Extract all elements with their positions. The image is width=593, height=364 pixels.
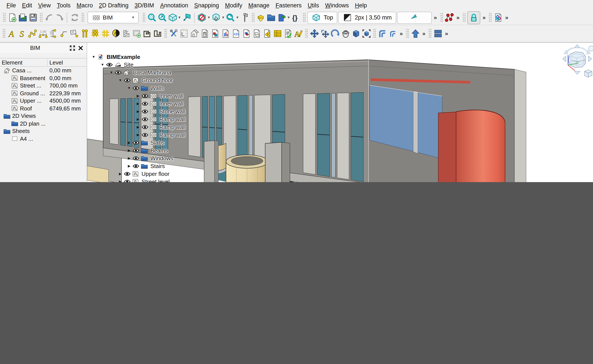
panel-row-street[interactable]: Street ...700,00 mm <box>0 82 87 89</box>
close-panel-icon[interactable] <box>77 45 84 51</box>
refresh-icon[interactable] <box>70 13 79 22</box>
chevron-down-icon[interactable]: ▼ <box>221 16 225 20</box>
menu-edit[interactable]: Edit <box>19 1 35 9</box>
export-icon[interactable] <box>277 13 286 22</box>
offset-3d-icon[interactable] <box>388 29 398 38</box>
axis-icon[interactable] <box>80 29 89 38</box>
panel-row-sheets[interactable]: Sheets <box>0 127 87 135</box>
panel-row-basement[interactable]: Basement0,00 mm <box>0 74 87 82</box>
panel-row-roof[interactable]: Roof6749,65 mm <box>0 104 87 112</box>
navigation-cube[interactable]: VORNE RECHTS <box>563 45 593 77</box>
corner-column[interactable] <box>514 69 526 182</box>
toolbar-grip[interactable] <box>164 29 167 38</box>
leader-icon[interactable] <box>59 29 68 38</box>
lock-button[interactable] <box>467 11 480 24</box>
shapestring-icon[interactable]: S <box>17 29 27 38</box>
toolbar-grip[interactable] <box>489 13 492 22</box>
axes-system-icon[interactable] <box>90 29 100 38</box>
expander-closed-icon[interactable]: ▶ <box>117 172 124 176</box>
toolbar-grip[interactable] <box>81 13 84 22</box>
toolbar-overflow-button[interactable]: » <box>504 14 510 21</box>
red-feature-wall-curved[interactable] <box>456 110 505 182</box>
visibility-eye-icon[interactable] <box>124 171 132 176</box>
menu-manage[interactable]: Manage <box>245 1 273 9</box>
toolbar-grip[interactable] <box>3 13 6 22</box>
array-icon[interactable] <box>433 29 443 38</box>
redo-icon[interactable] <box>55 13 64 22</box>
tree-item-walls[interactable]: ▼Walls <box>89 84 186 92</box>
expander-closed-icon[interactable]: ▶ <box>135 102 141 105</box>
panel-row-upper[interactable]: Upper ...4500,00 mm <box>0 97 87 104</box>
tree-item-bimexample[interactable]: ▼BIMExample <box>89 53 186 61</box>
zoom-selection-icon[interactable] <box>157 13 167 22</box>
toolbar-grip[interactable] <box>463 13 466 22</box>
visibility-eye-icon[interactable] <box>133 85 141 90</box>
ifc-layers-icon[interactable] <box>241 29 251 38</box>
panel-row-ground[interactable]: Ground ...2229,39 mm <box>0 89 87 97</box>
tree-item-stone-wall[interactable]: ▶Stone wall <box>89 107 186 115</box>
ifc-materials-icon[interactable] <box>252 29 261 38</box>
toolbar-grip[interactable] <box>142 13 145 22</box>
ifc-code-icon[interactable]: </> <box>231 29 240 38</box>
tree-item-windows[interactable]: ▶Windows <box>89 154 186 162</box>
toolbar-grip[interactable] <box>40 13 42 22</box>
visibility-eye-icon[interactable] <box>115 70 123 75</box>
chevron-down-icon[interactable]: ▼ <box>207 16 211 20</box>
expander-closed-icon[interactable]: ▶ <box>126 164 133 168</box>
visibility-eye-icon[interactable] <box>124 179 132 182</box>
offset-2d-icon[interactable] <box>378 29 387 38</box>
horizontal-dimension-icon[interactable]: 1.00 <box>38 29 48 38</box>
visibility-eye-icon[interactable] <box>141 109 150 114</box>
toolbar-grip[interactable] <box>305 29 308 38</box>
line-style-button[interactable]: 2px | 3,50 mm <box>338 12 396 24</box>
ifc-properties-icon[interactable] <box>221 29 230 38</box>
simple-copy-icon[interactable] <box>351 29 361 38</box>
toolbar-overflow-button[interactable]: » <box>432 14 438 21</box>
visibility-eye-icon[interactable] <box>124 78 132 83</box>
expander-open-icon[interactable]: ▼ <box>117 78 124 82</box>
bim-project-icon[interactable] <box>256 13 266 22</box>
toolbar-overflow-button[interactable]: » <box>481 14 487 21</box>
visibility-eye-icon[interactable] <box>133 156 141 161</box>
menu-fasteners[interactable]: Fasteners <box>273 1 305 9</box>
toolbar-grip[interactable] <box>373 29 376 38</box>
todo-list-icon[interactable] <box>283 29 293 38</box>
new-file-icon[interactable] <box>7 13 17 22</box>
tree-item-site[interactable]: ▼Site <box>89 61 186 68</box>
label-icon[interactable] <box>69 29 79 38</box>
open-file-icon[interactable] <box>18 13 27 22</box>
expander-closed-icon[interactable]: ▶ <box>135 109 141 113</box>
working-plane-proxy-icon[interactable] <box>153 29 162 38</box>
chevron-down-icon[interactable]: ▼ <box>287 16 290 20</box>
tree-item-slabs[interactable]: ▶Slabs <box>89 139 186 146</box>
expander-closed-icon[interactable]: ▶ <box>135 125 141 129</box>
new-group-icon[interactable] <box>266 13 276 22</box>
tree-item-inner-wall[interactable]: ▶Inner wall <box>89 92 186 100</box>
compound-icon[interactable] <box>361 29 371 38</box>
cursor-select-button[interactable] <box>397 12 432 24</box>
expander-closed-icon[interactable]: ▶ <box>126 156 133 160</box>
project-icon[interactable] <box>189 29 199 38</box>
toolbar-grip[interactable] <box>251 13 254 22</box>
expander-closed-icon[interactable]: ▶ <box>126 141 133 144</box>
column-element[interactable]: Element <box>0 59 48 66</box>
main-column[interactable] <box>265 142 282 182</box>
expander-closed-icon[interactable]: ▶ <box>135 117 141 121</box>
box-selection-icon[interactable] <box>212 13 221 22</box>
expander-closed-icon[interactable]: ▶ <box>117 180 124 182</box>
expander-closed-icon[interactable]: ▶ <box>135 94 141 98</box>
ifc-quantities-icon[interactable] <box>210 29 220 38</box>
grid-icon[interactable] <box>100 29 110 38</box>
3d-viewport[interactable]: 5 <box>87 42 593 182</box>
tree-item-ground-floor[interactable]: ▼Ground floor <box>89 76 186 84</box>
chevron-down-icon[interactable]: ▼ <box>178 16 181 20</box>
hatch-icon[interactable] <box>121 29 131 38</box>
column-level[interactable]: Level <box>48 59 87 66</box>
measure-icon[interactable] <box>240 13 249 22</box>
menu-annotation[interactable]: Annotation <box>157 1 191 9</box>
expander-closed-icon[interactable]: ▶ <box>126 148 133 152</box>
clone-icon[interactable] <box>341 29 350 38</box>
menu-windows[interactable]: Windows <box>322 1 352 9</box>
menu-help[interactable]: Help <box>352 1 370 9</box>
nav-small-cube-icon[interactable] <box>585 70 592 77</box>
